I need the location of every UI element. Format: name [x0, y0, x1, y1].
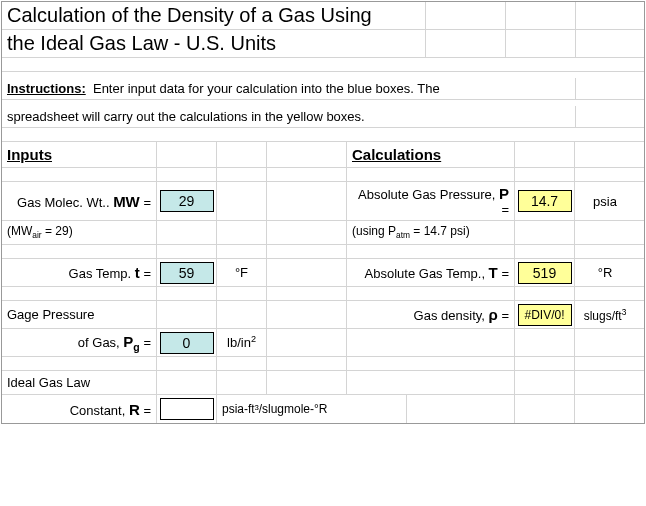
- calculations-header: Calculations: [347, 142, 515, 167]
- pg-label-2: of Gas, Pg =: [2, 329, 157, 356]
- mw-label: Gas Molec. Wt.. MW =: [2, 182, 157, 220]
- p-unit: psia: [575, 182, 635, 220]
- instructions-line2: spreadsheet will carry out the calculati…: [2, 106, 576, 127]
- mw-note: (MWair = 29): [2, 221, 157, 244]
- title-line1: Calculation of the Density of a Gas Usin…: [2, 2, 426, 29]
- rho-label: Gas density, ρ =: [347, 301, 515, 328]
- instructions-line1: Instructions: Enter input data for your …: [2, 78, 576, 99]
- pg-input[interactable]: 0: [160, 332, 214, 354]
- t-unit: °F: [217, 259, 267, 286]
- R-input[interactable]: [160, 398, 214, 420]
- p-note: (using Patm = 14.7 psi): [347, 221, 515, 244]
- title-line2: the Ideal Gas Law - U.S. Units: [2, 30, 426, 57]
- T-abs-output: 519: [518, 262, 572, 284]
- t-label: Gas Temp. t =: [2, 259, 157, 286]
- mw-input[interactable]: 29: [160, 190, 214, 212]
- pg-label-1: Gage Pressure: [2, 301, 157, 328]
- R-label-1: Ideal Gas Law: [2, 371, 157, 394]
- T-abs-label: Absolute Gas Temp., T =: [347, 259, 515, 286]
- pg-unit: lb/in2: [217, 329, 267, 356]
- p-label: Absolute Gas Pressure, P =: [347, 182, 515, 220]
- p-output: 14.7: [518, 190, 572, 212]
- t-input[interactable]: 59: [160, 262, 214, 284]
- T-abs-unit: °R: [575, 259, 635, 286]
- R-label-2: Constant, R =: [2, 395, 157, 423]
- rho-unit: slugs/ft3: [575, 301, 635, 328]
- inputs-header: Inputs: [2, 142, 157, 167]
- rho-output: #DIV/0!: [518, 304, 572, 326]
- spreadsheet: Calculation of the Density of a Gas Usin…: [1, 1, 645, 424]
- R-unit: psia-ft³/slugmole-°R: [217, 395, 407, 423]
